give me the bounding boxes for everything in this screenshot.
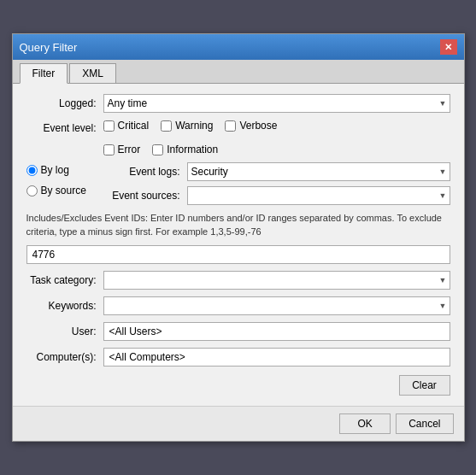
footer-buttons: OK Cancel <box>13 406 464 441</box>
tab-filter[interactable]: Filter <box>20 63 68 84</box>
event-logs-select[interactable]: Security <box>187 162 450 181</box>
computer-label: Computer(s): <box>26 351 103 363</box>
event-level-checkboxes: Critical Warning Verbose <box>103 120 450 132</box>
title-bar: Query Filter ✕ <box>13 34 464 60</box>
warning-checkbox-label[interactable]: Warning <box>161 120 213 132</box>
by-source-radio[interactable] <box>26 185 38 196</box>
query-filter-dialog: Query Filter ✕ Filter XML Logged: Any ti… <box>12 33 465 442</box>
task-category-row: Task category: <box>26 271 450 290</box>
tab-xml[interactable]: XML <box>69 63 116 83</box>
task-category-label: Task category: <box>26 274 103 286</box>
verbose-checkbox[interactable] <box>225 120 236 132</box>
keywords-select[interactable] <box>103 296 450 315</box>
by-source-radio-label[interactable]: By source <box>26 185 97 196</box>
error-checkbox-label[interactable]: Error <box>103 144 141 155</box>
task-category-select[interactable] <box>103 271 450 290</box>
event-logs-label: Event logs: <box>103 166 180 178</box>
verbose-checkbox-label[interactable]: Verbose <box>225 120 277 132</box>
event-fields: Event logs: Security Event sources: <box>103 162 450 205</box>
warning-checkbox[interactable] <box>161 120 172 132</box>
event-sources-select-wrapper <box>187 186 450 205</box>
event-level-row2: Error Information <box>26 144 450 155</box>
tabs-bar: Filter XML <box>13 60 464 84</box>
close-button[interactable]: ✕ <box>440 39 457 55</box>
information-checkbox-label[interactable]: Information <box>152 144 218 155</box>
event-level-row: Event level: Critical Warning Verbose <box>26 120 450 137</box>
event-logs-row: Event logs: Security <box>103 162 450 181</box>
computer-row: Computer(s): <box>26 348 450 367</box>
cancel-button[interactable]: Cancel <box>396 413 453 434</box>
event-level-label: Event level: <box>26 122 103 134</box>
dialog-title: Query Filter <box>20 41 78 54</box>
error-checkbox[interactable] <box>103 144 115 155</box>
radio-buttons: By log By source <box>26 162 103 205</box>
event-sources-label: Event sources: <box>103 190 180 202</box>
keywords-row: Keywords: <box>26 296 450 315</box>
event-ids-description: Includes/Excludes Event IDs: Enter ID nu… <box>26 212 450 238</box>
information-checkbox[interactable] <box>152 144 163 155</box>
critical-checkbox[interactable] <box>103 120 115 132</box>
user-row: User: <box>26 322 450 341</box>
event-logs-select-wrapper: Security <box>187 162 450 181</box>
event-sources-row: Event sources: <box>103 186 450 205</box>
by-log-radio-label[interactable]: By log <box>26 164 97 176</box>
logged-row: Logged: Any time Last hour Last 12 hours… <box>26 94 450 113</box>
logged-label: Logged: <box>26 97 103 109</box>
user-label: User: <box>26 325 103 337</box>
filter-content: Logged: Any time Last hour Last 12 hours… <box>13 84 464 406</box>
ok-button[interactable]: OK <box>339 413 391 434</box>
user-input[interactable] <box>103 322 450 341</box>
event-ids-input[interactable] <box>26 245 450 264</box>
logged-select[interactable]: Any time Last hour Last 12 hours Last 24… <box>103 94 450 113</box>
clear-row: Clear <box>26 375 450 396</box>
keywords-select-wrapper <box>103 296 450 315</box>
keywords-label: Keywords: <box>26 300 103 312</box>
radio-section: By log By source Event logs: Security <box>26 162 450 205</box>
clear-button[interactable]: Clear <box>399 375 450 396</box>
event-level-checkboxes2: Error Information <box>103 144 450 155</box>
logged-select-wrapper: Any time Last hour Last 12 hours Last 24… <box>103 94 450 113</box>
by-log-radio[interactable] <box>26 165 38 176</box>
event-sources-select[interactable] <box>187 186 450 205</box>
critical-checkbox-label[interactable]: Critical <box>103 120 150 132</box>
event-ids-row <box>26 245 450 264</box>
computer-input[interactable] <box>103 348 450 367</box>
task-category-select-wrapper <box>103 271 450 290</box>
